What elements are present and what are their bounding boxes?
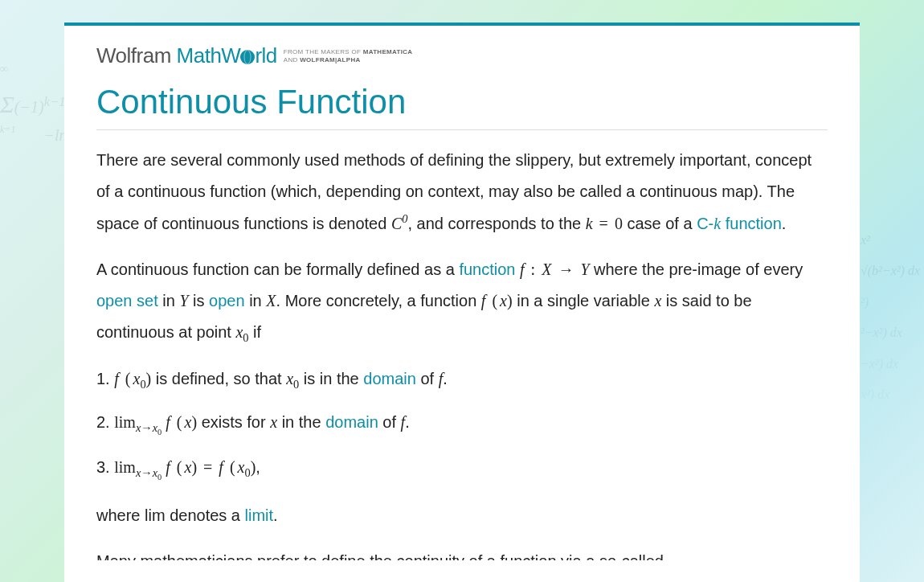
page-title: Continuous Function: [96, 83, 828, 130]
logo-tagline: FROM THE MAKERS OF MATHEMATICA AND WOLFR…: [284, 48, 413, 64]
main-container: Wolfram MathWrld FROM THE MAKERS OF MATH…: [64, 23, 860, 582]
link-open[interactable]: open: [209, 292, 245, 309]
paragraph-cutoff: Many mathematicians prefer to define the…: [96, 546, 828, 560]
condition-1: 1. f (x0) is defined, so that x0 is in t…: [96, 363, 828, 396]
site-logo[interactable]: Wolfram MathWrld FROM THE MAKERS OF MATH…: [96, 43, 828, 68]
condition-3: 3. limx→x0 f (x) = f (x0),: [96, 452, 828, 486]
link-function[interactable]: function: [459, 260, 515, 278]
link-limit[interactable]: limit: [245, 506, 274, 524]
link-open-set[interactable]: open set: [96, 292, 158, 309]
bg-formula-left: ∞ Σ(−1)k−1 k=1 −ln: [0, 72, 66, 137]
paragraph-limit-note: where lim denotes a limit.: [96, 500, 828, 531]
link-ck-function[interactable]: C-k function: [697, 215, 782, 232]
bg-formula-right: x²√(b²−x²) dx ²)²−x²) dx −x²) dx x²) dx: [861, 225, 920, 410]
link-domain-1[interactable]: domain: [363, 370, 416, 387]
globe-icon: [240, 50, 255, 64]
condition-2: 2. limx→x0 f (x) exists for x in the dom…: [96, 407, 828, 441]
paragraph-definition: A continuous function can be formally de…: [96, 254, 828, 349]
link-domain-2[interactable]: domain: [325, 413, 378, 431]
article-body: There are several commonly used methods …: [96, 145, 828, 560]
logo-text: Wolfram MathWrld: [96, 43, 277, 68]
paragraph-intro: There are several commonly used methods …: [96, 145, 828, 240]
